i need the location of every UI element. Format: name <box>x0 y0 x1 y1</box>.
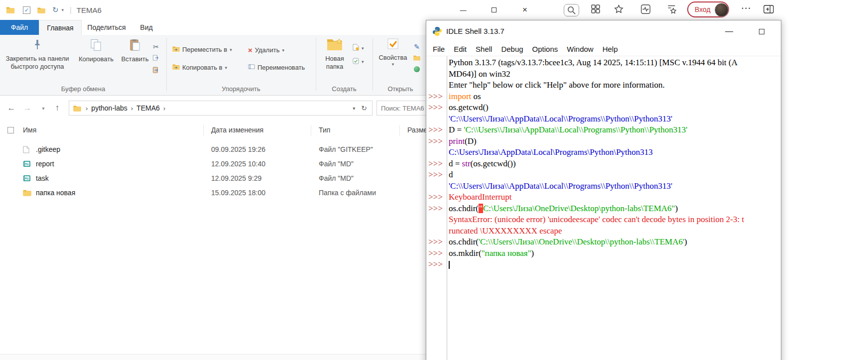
shell-line-text: d <box>445 169 781 181</box>
open-mini-buttons: ✎ <box>413 43 420 72</box>
ribbon-group-separator <box>372 38 373 91</box>
sidebar-panel-icon[interactable] <box>763 4 774 14</box>
shell-gutter <box>426 226 445 237</box>
column-header-date[interactable]: Дата изменения <box>211 126 263 134</box>
column-separator[interactable] <box>399 125 400 136</box>
breadcrumb-chevron-icon[interactable]: › <box>129 105 134 112</box>
close-button[interactable]: × <box>509 0 540 20</box>
column-header-type[interactable]: Тип <box>319 126 330 134</box>
new-item-chevron-icon: ▾ <box>362 46 364 51</box>
recent-locations-chevron-icon[interactable]: ▾ <box>37 96 50 120</box>
shell-prompt: >>> <box>426 203 445 215</box>
address-bar[interactable]: › python-labs › TEMA6 › ▾ ↻ <box>69 101 372 116</box>
browser-essentials-icon[interactable] <box>640 4 651 14</box>
maximize-button[interactable] <box>479 0 509 20</box>
column-separator[interactable] <box>203 125 204 136</box>
profile-avatar[interactable] <box>715 3 729 17</box>
clipboard-mini-buttons: ✂ <box>152 43 159 75</box>
address-folder-icon <box>73 105 81 112</box>
move-to-button[interactable]: Переместить в ▾ <box>172 46 232 53</box>
paste-label: Вставить <box>120 55 150 63</box>
tab-file[interactable]: Файл <box>0 20 39 35</box>
tab-home[interactable]: Главная <box>39 20 82 35</box>
shell-gutter <box>426 147 445 158</box>
idle-menu-shell[interactable]: Shell <box>471 45 496 53</box>
shell-prompt: >>> <box>426 248 445 259</box>
pin-to-quick-access-button[interactable]: Закрепить на панели быстрого доступа <box>2 39 73 71</box>
new-item-button[interactable]: ▾ <box>353 44 364 52</box>
breadcrumb-tema6[interactable]: TEMA6 <box>134 104 162 112</box>
idle-minimize-button[interactable]: — <box>718 20 741 42</box>
minimize-button[interactable]: — <box>448 0 479 20</box>
group-label-new: Создать <box>316 85 372 93</box>
properties-button[interactable]: Свойства ▾ <box>375 38 410 67</box>
delete-button[interactable]: × Удалить ▾ <box>248 46 284 54</box>
breadcrumb-chevron-icon[interactable]: › <box>162 105 167 112</box>
search-icon[interactable] <box>564 4 579 16</box>
shell-line: >>>os.getcwd() <box>426 102 781 114</box>
shell-prompt: >>> <box>426 102 445 114</box>
copy-button[interactable]: Копировать <box>75 39 118 63</box>
paste-button[interactable]: Вставить <box>120 39 150 63</box>
rename-button[interactable]: Переименовать <box>248 64 305 71</box>
address-dropdown-chevron-icon[interactable]: ▾ <box>353 106 355 111</box>
favorites-star-icon[interactable] <box>614 4 624 14</box>
edit-icon[interactable]: ✎ <box>414 43 420 51</box>
login-button[interactable]: Вход <box>687 1 729 17</box>
open-icon[interactable] <box>413 55 420 62</box>
up-button[interactable]: ↑ <box>51 96 64 120</box>
shell-line-text: runcated \UXXXXXXXX escape <box>445 226 781 237</box>
new-folder-button[interactable]: Новая папка <box>319 38 351 71</box>
copy-to-chevron-icon: ▾ <box>225 65 228 70</box>
idle-menu-window[interactable]: Window <box>562 45 598 53</box>
text-cursor <box>449 261 450 269</box>
copy-path-icon[interactable] <box>152 55 159 63</box>
idle-menu-help[interactable]: Help <box>598 45 622 53</box>
idle-menu-file[interactable]: File <box>428 45 449 53</box>
idle-maximize-button[interactable] <box>750 20 773 42</box>
easy-access-button[interactable]: ▾ <box>353 58 364 66</box>
history-icon[interactable] <box>414 66 420 72</box>
easy-access-chevron-icon: ▾ <box>362 59 364 64</box>
copy-to-button[interactable]: Копировать в ▾ <box>172 64 227 71</box>
column-separator[interactable] <box>311 125 311 136</box>
idle-menu-debug[interactable]: Debug <box>496 45 527 53</box>
shell-line-text: os.mkdir("папка новая") <box>445 248 781 259</box>
copy-label: Копировать <box>75 55 118 63</box>
tab-share[interactable]: Поделиться <box>82 20 131 35</box>
apps-grid-icon[interactable] <box>591 4 601 14</box>
folder-icon <box>23 189 31 196</box>
copy-to-icon <box>172 64 180 71</box>
shell-gutter <box>426 214 445 226</box>
qat-folder-icon[interactable] <box>37 7 45 13</box>
titlebar-separator: | <box>70 6 72 14</box>
qat-redo-icon[interactable]: ↻ <box>52 5 59 14</box>
select-all-checkbox[interactable] <box>7 127 14 133</box>
tab-view[interactable]: Вид <box>131 20 161 35</box>
move-to-chevron-icon: ▾ <box>230 47 232 52</box>
shell-line-text: 'C:\\Users\\Лиза\\AppData\\Local\\Progra… <box>445 181 781 192</box>
forward-button[interactable]: → <box>21 96 34 120</box>
idle-titlebar[interactable]: IDLE Shell 3.13.7 — <box>426 20 781 42</box>
collections-icon[interactable] <box>666 4 677 14</box>
shell-line-text: SyntaxError: (unicode error) 'unicodeesc… <box>445 214 781 226</box>
idle-menubar: FileEditShellDebugOptionsWindowHelp <box>426 42 781 56</box>
shell-line: >>>print(D) <box>426 136 781 147</box>
more-menu-icon[interactable]: ⋯ <box>741 2 751 14</box>
qat-checkbox-icon[interactable]: ✓ <box>23 6 30 14</box>
idle-shell-text[interactable]: Python 3.13.7 (tags/v3.13.7:bcee1c3, Aug… <box>426 56 781 360</box>
shell-line-text: print(D) <box>445 136 781 147</box>
column-header-name[interactable]: Имя <box>23 126 36 134</box>
paste-shortcut-icon[interactable] <box>152 67 159 75</box>
breadcrumb-python-labs[interactable]: python-labs <box>89 104 129 112</box>
idle-menu-edit[interactable]: Edit <box>449 45 471 53</box>
cut-icon[interactable]: ✂ <box>153 43 159 51</box>
back-button[interactable]: ← <box>5 96 18 120</box>
shell-line: >>>os.chdir('C:\\Users\\Лиза\\OneDrive\\… <box>426 237 781 248</box>
refresh-icon[interactable]: ↻ <box>361 104 367 112</box>
copy-to-label: Копировать в <box>182 64 223 71</box>
shell-line-text <box>445 259 781 270</box>
rename-icon <box>248 64 255 71</box>
idle-menu-options[interactable]: Options <box>528 45 563 53</box>
qat-customize-chevron-icon[interactable]: ▾ <box>62 7 64 12</box>
